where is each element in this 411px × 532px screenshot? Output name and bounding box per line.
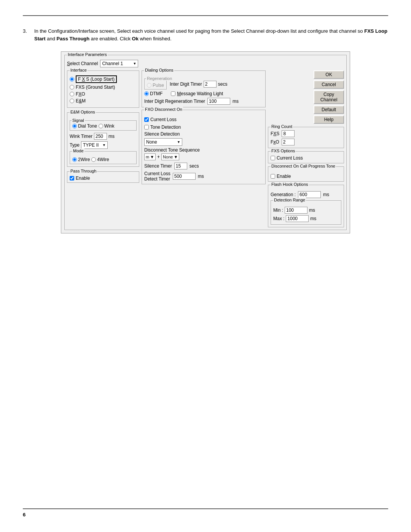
silence-timer-input[interactable] [174,163,187,169]
fxo-radio[interactable] [70,92,74,96]
current-loss-detect-input[interactable] [173,173,196,180]
message-waiting-row[interactable]: Message Waiting Light [171,91,223,96]
fxs-loop-start-option[interactable]: FXS (Loop Start) [70,75,137,83]
silence-timer-row: Silence Timer secs [144,163,263,169]
min-unit: ms [309,208,315,213]
inter-digit-regen-input[interactable] [207,98,230,105]
select-channel-row: Select Channel Channel 1 ▼ [67,60,344,67]
dtmf-row: DTMF Message Waiting Light [144,91,263,96]
fxs-ground-option[interactable]: FXS (Ground Start) [70,85,137,90]
top-rule [23,15,388,16]
disconnect-enable-row[interactable]: Enable [271,174,341,179]
dtmf-radio[interactable] [144,91,149,96]
page-number: 6 [23,512,25,518]
type-dropdown[interactable]: TYPE II ▼ [81,141,108,149]
silence-dropdown[interactable]: None ▼ [144,138,182,146]
generation-input[interactable] [298,191,321,198]
wink-timer-label: Wink Timer [70,134,92,139]
step-bold-ok: Ok [132,36,139,42]
fxs-current-loss-label: Current Loss [277,155,303,161]
ring-count-title: Ring Count [271,124,293,129]
em-option[interactable]: E&M [70,98,137,104]
dialog-title: Interface Parameters [67,52,108,57]
max-input[interactable] [286,215,309,222]
fxs-options-group: FXS Options Current Loss [268,151,344,163]
wink-option[interactable]: Wink [99,123,115,129]
tone-detection-row[interactable]: Tone Detection [144,125,263,130]
signal-title: Signal [72,118,85,123]
silence-dropdown-arrow-icon: ▼ [177,140,180,144]
disconnect-enable-checkbox[interactable] [271,174,275,179]
tone-seq-dropdown2[interactable]: None ▼ [161,153,179,160]
inter-digit-regen-row: Inter Digit Regeneration Timer ms [144,98,263,105]
dropdown-arrow-icon: ▼ [133,62,136,66]
current-loss-label: Current Loss [150,117,177,122]
4wire-label: 4Wire [97,157,109,162]
inter-digit-timer-row: Inter Digit Timer secs [170,81,227,88]
wink-timer-unit: ms [108,134,115,139]
current-loss-checkbox[interactable] [144,117,149,122]
channel-dropdown[interactable]: Channel 1 ▼ [100,60,138,67]
message-waiting-checkbox[interactable] [171,91,175,96]
dial-tone-radio[interactable] [72,124,77,128]
em-options-group: E&M Options Signal Dial Tone Win [67,112,139,167]
page: 3. In the Configuration/Interface screen… [0,0,411,532]
regeneration-sub-group: Regeneration Pulse [144,78,167,89]
fxs-loop-label-highlighted: FXS (Loop Start) [76,75,117,83]
channel-dropdown-value: Channel 1 [102,61,123,66]
min-input[interactable] [285,207,307,214]
em-radio[interactable] [70,99,74,103]
fxo-option[interactable]: FXO [70,91,137,97]
4wire-option[interactable]: 4Wire [91,157,109,162]
main-area: Interface FXS (Loop Start) FXS (Ground S… [67,70,344,227]
help-button[interactable]: Help [314,115,344,124]
inter-digit-timer-input[interactable] [204,81,217,88]
inter-digit-regen-label: Inter Digit Regeneration Timer [144,99,205,104]
copy-channel-button[interactable]: Copy Channel [314,90,344,104]
detection-range-title: Detection Range [273,198,306,202]
interface-parameters-group: Interface Parameters Select Channel Chan… [64,55,347,230]
fxs-ground-radio[interactable] [70,85,74,89]
type-dropdown-value: TYPE II [83,142,99,148]
detection-range-group: Detection Range Min : ms Max : ms [271,200,341,225]
inter-digit-timer-label: Inter Digit Timer [170,81,202,87]
dial-tone-option[interactable]: Dial Tone [72,123,97,129]
ok-button[interactable]: OK [314,70,344,79]
middle-panel: Dialing Options Regeneration Pulse [142,70,266,227]
type-dropdown-arrow-icon: ▼ [102,143,106,147]
inter-digit-regen-unit: ms [233,99,239,104]
wink-radio[interactable] [99,124,103,128]
fxs-current-loss-checkbox[interactable] [271,156,275,160]
tone-seq-dropdown1[interactable]: m ▼ [144,153,156,160]
generation-label: Generation : [271,192,296,197]
fxs-ring-row: FXS [271,130,341,137]
wink-timer-input[interactable] [94,133,107,140]
cancel-button[interactable]: Cancel [314,80,344,89]
2wire-radio[interactable] [72,157,77,162]
mode-title: Mode [72,149,84,153]
silence-timer-label: Silence Timer [144,163,172,169]
fxs-options-title: FXS Options [271,149,296,153]
disconnect-call-title: Disconnect On Call Progress Tone [271,164,336,168]
2wire-option[interactable]: 2Wire [72,157,90,162]
fxs-ring-input[interactable] [282,130,295,137]
pass-through-enable-row[interactable]: Enable [70,176,137,181]
regen-timer-row: Regeneration Pulse Inter Digit Timer sec… [144,78,263,89]
fxs-current-loss-row[interactable]: Current Loss [271,155,341,161]
tone-seq-plus: + [157,154,160,160]
fxo-disconnect-group: FXO Disconnect On Current Loss Tone Dete… [142,110,266,184]
fxs-loop-radio[interactable] [70,77,74,81]
pass-through-checkbox[interactable] [70,176,74,181]
tone-detection-checkbox[interactable] [144,125,149,129]
tone-seq-arrow2-icon: ▼ [174,155,178,159]
pulse-option[interactable]: Pulse [147,83,164,88]
fxo-ring-input[interactable] [282,139,295,145]
fxo-disconnect-title: FXO Disconnect On [144,107,183,112]
current-loss-row[interactable]: Current Loss [144,117,263,122]
current-loss-detect-row: Current LossDetect Timer ms [144,171,263,182]
bottom-rule [23,508,388,509]
4wire-radio[interactable] [91,157,96,162]
dtmf-option[interactable]: DTMF [144,91,162,96]
default-button[interactable]: Default [314,105,344,114]
pulse-radio[interactable] [147,83,151,88]
